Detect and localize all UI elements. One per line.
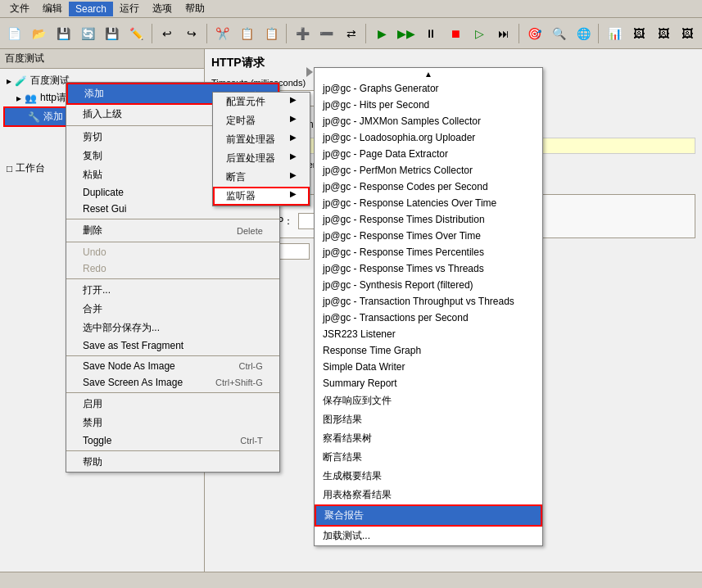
sub2-resp-dist[interactable]: jp@gc - Response Times Distribution xyxy=(315,211,542,228)
sub2-tps[interactable]: jp@gc - Transactions per Second xyxy=(315,310,542,326)
toolbar-web[interactable]: 🌐 xyxy=(572,22,595,45)
ctx-open[interactable]: 打开... xyxy=(66,281,279,300)
toolbar-add[interactable]: ➕ xyxy=(291,22,314,45)
ctx-disable-label: 禁用 xyxy=(83,416,102,430)
toolbar-img1[interactable]: 🖼 xyxy=(627,22,650,45)
toolbar-play-no-pause[interactable]: ▶▶ xyxy=(395,22,418,45)
ctx-save-partial[interactable]: 选中部分保存为... xyxy=(66,319,279,337)
sub2-load-test[interactable]: 加载测试... xyxy=(315,527,542,545)
toolbar-copy[interactable]: 📋 xyxy=(236,22,259,45)
ctx-save-node-img[interactable]: Save Node As Image Ctrl-G xyxy=(66,358,279,374)
ctx-disable[interactable]: 禁用 xyxy=(66,414,279,432)
ctx-sep6 xyxy=(66,392,279,393)
sub2-hits[interactable]: jp@gc - Hits per Second xyxy=(315,97,542,113)
toolbar-pause[interactable]: ⏸ xyxy=(419,22,442,45)
ctx-save-fragment[interactable]: Save as Test Fragment xyxy=(66,337,279,354)
ctx-toggle-shortcut: Ctrl-T xyxy=(240,436,263,446)
sub2-resp-times-over[interactable]: jp@gc - Response Times Over Time xyxy=(315,228,542,244)
sub2-jsr223[interactable]: JSR223 Listener xyxy=(315,326,542,342)
sub2-save-resp[interactable]: 保存响应到文件 xyxy=(315,391,542,410)
menu-run[interactable]: 运行 xyxy=(113,0,146,17)
sub2-graphs-gen[interactable]: jp@gc - Graphs Generator xyxy=(315,80,542,97)
tree-add-icon: 🔧 xyxy=(28,111,40,123)
ctx-help[interactable]: 帮助 xyxy=(66,453,279,472)
toolbar-sep6 xyxy=(598,24,600,43)
toolbar-undo[interactable]: ↩ xyxy=(156,22,179,45)
ctx-save-partial-label: 选中部分保存为... xyxy=(83,321,160,335)
toolbar-target[interactable]: 🎯 xyxy=(523,22,546,45)
sub2-simple-writer[interactable]: Simple Data Writer xyxy=(315,359,542,375)
sub1-config[interactable]: 配置元件 ▶ xyxy=(213,93,310,111)
sub2-throughput[interactable]: jp@gc - Transaction Throughput vs Thread… xyxy=(315,293,542,310)
menu-file[interactable]: 文件 xyxy=(3,0,36,17)
toolbar-new[interactable]: 📄 xyxy=(3,22,26,45)
toolbar-run[interactable]: ▷ xyxy=(468,22,491,45)
ctx-help-label: 帮助 xyxy=(83,455,102,469)
ctx-sep4 xyxy=(66,278,279,279)
sub2-perfmon[interactable]: jp@gc - PerfMon Metrics Collector xyxy=(315,162,542,179)
sub1-listener[interactable]: 监听器 ▶ xyxy=(213,187,310,206)
sub1-pre[interactable]: 前置处理器 ▶ xyxy=(213,130,310,149)
toolbar-save[interactable]: 💾 xyxy=(52,22,75,45)
sub2-aggregate[interactable]: 聚合报告 xyxy=(315,504,542,527)
toolbar-cut[interactable]: ✂️ xyxy=(211,22,234,45)
toolbar-img3[interactable]: 🖼 xyxy=(676,22,699,45)
sub2-resp-latencies[interactable]: jp@gc - Response Latencies Over Time xyxy=(315,195,542,211)
toolbar-revert[interactable]: 🔄 xyxy=(76,22,99,45)
toolbar-remove[interactable]: ➖ xyxy=(315,22,338,45)
toolbar-stop[interactable]: ⏹ xyxy=(444,22,467,45)
sub2-view-results-tree[interactable]: 察看结果树 xyxy=(315,429,542,448)
sub2-gen-summary[interactable]: 生成概要结果 xyxy=(315,467,542,486)
toolbar-save2[interactable]: 💾 xyxy=(101,22,124,45)
tree-test-icon: 🧪 xyxy=(15,75,27,87)
submenu2[interactable]: ▲ jp@gc - Graphs Generator jp@gc - Hits … xyxy=(314,67,543,546)
sub2-page-data[interactable]: jp@gc - Page Data Extractor xyxy=(315,146,542,162)
ctx-delete[interactable]: 删除 Delete xyxy=(66,221,279,240)
sub1-listener-label: 监听器 xyxy=(226,190,256,201)
menu-options[interactable]: 选项 xyxy=(146,0,179,17)
ctx-merge[interactable]: 合并 xyxy=(66,300,279,319)
toolbar-edit[interactable]: ✏️ xyxy=(125,22,148,45)
toolbar-play[interactable]: ▶ xyxy=(370,22,393,45)
sub2-table-results[interactable]: 用表格察看结果 xyxy=(315,486,542,504)
toolbar-run-end[interactable]: ⏭ xyxy=(492,22,515,45)
menu-edit[interactable]: 编辑 xyxy=(36,0,69,17)
ctx-enable[interactable]: 启用 xyxy=(66,395,279,414)
statusbar xyxy=(0,572,702,588)
sub1-post-arrow: ▶ xyxy=(290,152,297,161)
toolbar-sep5 xyxy=(519,24,520,43)
sub2-loadosophia[interactable]: jp@gc - Loadosophia.org Uploader xyxy=(315,129,542,146)
sub2-synthesis[interactable]: jp@gc - Synthesis Report (filtered) xyxy=(315,277,542,293)
ctx-sep7 xyxy=(66,450,279,451)
sub2-assert-results[interactable]: 断言结果 xyxy=(315,448,542,467)
sub1-config-arrow: ▶ xyxy=(290,95,297,104)
ctx-save-screen-img[interactable]: Save Screen As Image Ctrl+Shift-G xyxy=(66,374,279,391)
toolbar-transfer[interactable]: ⇄ xyxy=(340,22,363,45)
menu-search[interactable]: Search xyxy=(69,2,113,16)
sub1-timer[interactable]: 定时器 ▶ xyxy=(213,111,310,130)
sub2-resp-vs-threads[interactable]: jp@gc - Response Times vs Threads xyxy=(315,260,542,277)
toolbar-open[interactable]: 📂 xyxy=(28,22,51,45)
sub2-summary[interactable]: Summary Report xyxy=(315,375,542,391)
toolbar-paste[interactable]: 📋 xyxy=(260,22,283,45)
toolbar-img2[interactable]: 🖼 xyxy=(652,22,675,45)
toolbar-chart[interactable]: 📊 xyxy=(603,22,626,45)
sub1-config-label: 配置元件 xyxy=(226,96,265,107)
tree-root-label: 百度测试 xyxy=(30,74,70,88)
sub2-response-codes[interactable]: jp@gc - Response Codes per Second xyxy=(315,179,542,195)
toolbar-redo[interactable]: ↪ xyxy=(180,22,203,45)
sub2-jmxmon[interactable]: jp@gc - JMXMon Samples Collector xyxy=(315,113,542,129)
sub1-assert-arrow: ▶ xyxy=(290,170,297,179)
sub2-resp-pct[interactable]: jp@gc - Response Times Percentiles xyxy=(315,244,542,260)
toolbar-search[interactable]: 🔍 xyxy=(548,22,571,45)
tree-workbench-icon: □ xyxy=(7,163,12,174)
ctx-save-screen-label: Save Screen As Image xyxy=(83,377,183,388)
toolbar-sep3 xyxy=(286,24,288,43)
ctx-toggle[interactable]: Toggle Ctrl-T xyxy=(66,432,279,449)
sub2-resp-time-graph[interactable]: Response Time Graph xyxy=(315,342,542,359)
sub1-assert[interactable]: 断言 ▶ xyxy=(213,168,310,187)
sub2-graph-results[interactable]: 图形结果 xyxy=(315,410,542,429)
sub1-post[interactable]: 后置处理器 ▶ xyxy=(213,149,310,168)
ctx-paste-label: 粘贴 xyxy=(83,168,102,182)
menu-help[interactable]: 帮助 xyxy=(179,0,211,17)
